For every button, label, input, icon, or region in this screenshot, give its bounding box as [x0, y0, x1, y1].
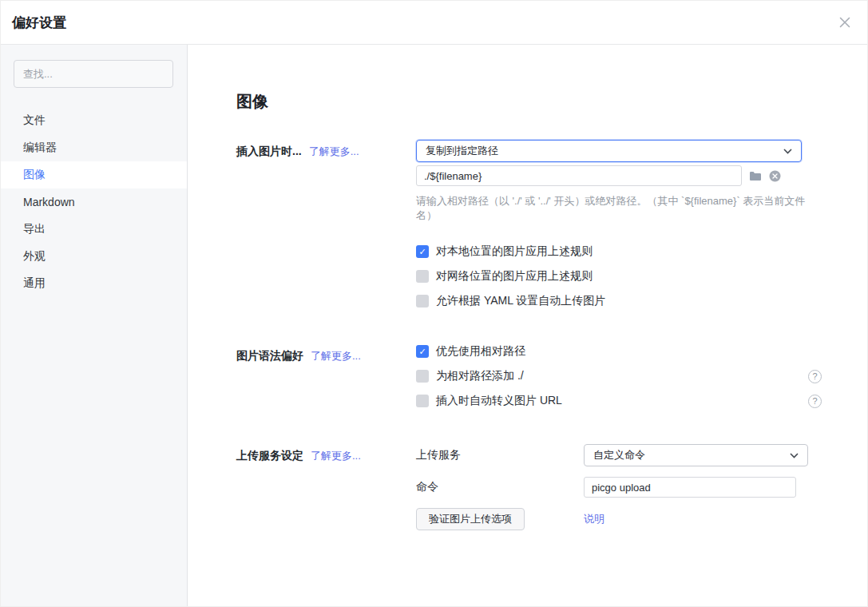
sidebar-item-general[interactable]: 通用	[1, 270, 187, 297]
insert-action-select[interactable]: 复制到指定路径	[416, 140, 802, 162]
command-label: 命令	[416, 480, 584, 494]
search-box	[14, 60, 173, 88]
learn-more-link-upload[interactable]: 了解更多...	[311, 450, 361, 462]
checkbox-row-apply-local[interactable]: 对本地位置的图片应用上述规则	[416, 244, 822, 259]
path-hint-text: 请输入相对路径（以 './' 或 '../' 开头）或绝对路径。（其中 `${f…	[416, 194, 822, 223]
learn-more-link-insert[interactable]: 了解更多...	[309, 145, 359, 157]
sidebar-item-editor[interactable]: 编辑器	[1, 134, 187, 161]
image-syntax-label: 图片语法偏好	[236, 349, 303, 362]
upload-service-label: 上传服务	[416, 448, 584, 462]
checkbox-yaml-upload[interactable]	[416, 295, 429, 307]
chevron-down-icon	[790, 453, 799, 458]
sidebar-item-appearance[interactable]: 外观	[1, 243, 187, 270]
folder-picker-button[interactable]	[749, 171, 762, 181]
upload-service-section: 上传服务设定了解更多... 上传服务 自定义命令 命令 验证图片上传选项 说明	[236, 444, 822, 530]
checkbox-add-dot-slash[interactable]	[416, 370, 429, 383]
close-button[interactable]	[838, 16, 851, 29]
image-syntax-section: 图片语法偏好了解更多... 优先使用相对路径 为相对路径添加 ./	[236, 344, 822, 408]
checkbox-row-add-dot-slash: 为相对路径添加 ./	[416, 369, 822, 383]
checkbox-row-apply-web[interactable]: 对网络位置的图片应用上述规则	[416, 269, 822, 284]
clear-path-button[interactable]	[769, 170, 781, 182]
checkbox-escape-url[interactable]	[416, 395, 429, 407]
upload-service-section-label: 上传服务设定	[236, 449, 303, 462]
close-icon	[838, 16, 851, 29]
help-icon[interactable]	[808, 395, 822, 408]
search-input[interactable]	[14, 60, 173, 88]
main-content: 图像 插入图片时...了解更多... 复制到指定路径	[188, 45, 867, 606]
checkbox-row-prefer-relative[interactable]: 优先使用相对路径	[416, 344, 822, 359]
sidebar-item-file[interactable]: 文件	[1, 107, 187, 134]
page-title: 图像	[236, 91, 822, 113]
clear-circle-icon	[769, 170, 781, 182]
sidebar-item-markdown[interactable]: Markdown	[1, 188, 187, 216]
window-title: 偏好设置	[12, 14, 66, 32]
checkbox-row-yaml-upload[interactable]: 允许根据 YAML 设置自动上传图片	[416, 294, 822, 308]
preferences-window: 偏好设置 文件 编辑器 图像 Markdown 导出 外观 通用 图像 插入图片…	[0, 0, 868, 607]
docs-link[interactable]: 说明	[584, 512, 822, 526]
checkbox-apply-local[interactable]	[416, 245, 429, 258]
upload-service-select[interactable]: 自定义命令	[584, 444, 808, 466]
insert-image-label: 插入图片时...	[236, 145, 302, 157]
checkbox-apply-web[interactable]	[416, 270, 429, 283]
chevron-down-icon	[783, 149, 792, 154]
sidebar-item-export[interactable]: 导出	[1, 216, 187, 243]
window-header: 偏好设置	[1, 1, 867, 45]
folder-icon	[749, 171, 762, 181]
checkbox-row-escape-url: 插入时自动转义图片 URL	[416, 394, 822, 408]
learn-more-link-syntax[interactable]: 了解更多...	[311, 350, 361, 362]
help-icon[interactable]	[808, 370, 822, 383]
sidebar-item-image[interactable]: 图像	[1, 161, 187, 188]
sidebar: 文件 编辑器 图像 Markdown 导出 外观 通用	[1, 45, 188, 606]
upload-service-select-value: 自定义命令	[593, 448, 645, 462]
checkbox-prefer-relative[interactable]	[416, 345, 429, 358]
copy-path-input[interactable]	[416, 165, 742, 186]
insert-action-select-value: 复制到指定路径	[426, 144, 498, 158]
insert-image-section: 插入图片时...了解更多... 复制到指定路径	[236, 140, 822, 308]
command-input[interactable]	[584, 477, 796, 498]
validate-upload-button[interactable]: 验证图片上传选项	[416, 508, 525, 530]
